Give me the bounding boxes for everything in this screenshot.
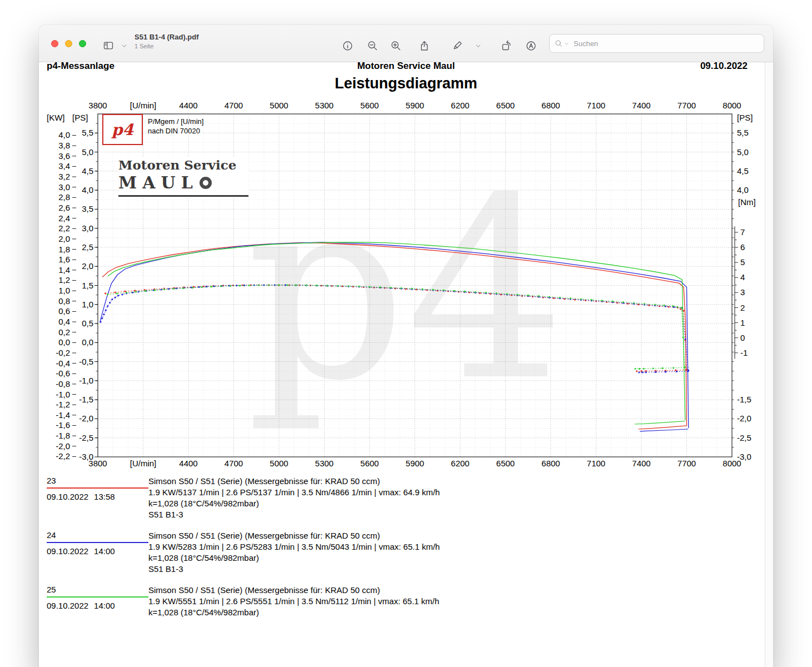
svg-text:5,0: 5,0 (82, 147, 93, 157)
info-icon (342, 40, 353, 52)
svg-text:-2,0: -2,0 (79, 414, 93, 423)
titlebar[interactable]: S51 B1-4 (Rad).pdf 1 Seite (39, 25, 773, 62)
svg-text:5000: 5000 (270, 459, 288, 468)
legend-line1: P/Mgem / [U/min] (148, 117, 203, 126)
run-results: Simson S50 / S51 (Serie) (Messergebnisse… (148, 476, 764, 520)
svg-text:4,0: 4,0 (737, 185, 749, 195)
sidebar-options-button[interactable] (119, 37, 129, 54)
svg-text:5,5: 5,5 (737, 128, 749, 137)
run-block-25: 25 09.10.202214:00 Simson S50 / S51 (Ser… (47, 585, 764, 618)
zoom-in-button[interactable] (386, 37, 405, 54)
run-correction: k=1,028 (18°C/54%/982mbar) (148, 607, 764, 618)
sidebar-toggle-button[interactable] (99, 37, 118, 54)
svg-text:5000: 5000 (270, 101, 288, 110)
svg-text:-2,5: -2,5 (79, 433, 93, 442)
svg-text:4,0: 4,0 (58, 130, 70, 140)
svg-text:-0,2: -0,2 (56, 348, 70, 357)
run-correction: k=1,028 (18°C/54%/982mbar) (148, 552, 764, 564)
svg-text:1,4: 1,4 (58, 265, 70, 275)
svg-text:-0,5: -0,5 (79, 357, 93, 366)
svg-text:4,0: 4,0 (82, 185, 93, 195)
run-values: 1.9 KW/5283 1/min | 2.6 PS/5283 1/min | … (148, 541, 764, 552)
run-values: 1.9 KW/5551 1/min | 2.6 PS/5551 1/min | … (148, 596, 764, 607)
svg-text:3,0: 3,0 (58, 182, 70, 192)
svg-text:2,4: 2,4 (58, 213, 70, 223)
search-field[interactable] (549, 34, 764, 53)
svg-text:[PS]: [PS] (737, 113, 753, 122)
run-number: 24 (47, 530, 148, 540)
svg-text:-2,0: -2,0 (56, 441, 70, 451)
run-number: 23 (47, 476, 148, 485)
run-datetime: 09.10.202213:58 (47, 492, 148, 501)
minimize-button[interactable] (65, 40, 72, 47)
window-subtitle: 1 Seite (134, 43, 199, 49)
dyno-chart-plot: p438003800[U/min][U/min]4400440047004700… (39, 92, 773, 481)
bearing-icon (200, 177, 212, 189)
zoom-button[interactable] (79, 40, 86, 47)
markup-options-button[interactable] (473, 37, 483, 54)
svg-text:-0,8: -0,8 (56, 379, 70, 389)
svg-text:2,6: 2,6 (58, 203, 70, 212)
svg-text:-1,4: -1,4 (56, 410, 70, 420)
zoom-out-icon (367, 40, 378, 52)
info-button[interactable] (338, 37, 357, 54)
rotate-button[interactable] (497, 37, 516, 54)
svg-text:-1,6: -1,6 (56, 420, 70, 430)
svg-text:2,0: 2,0 (82, 261, 93, 271)
svg-text:0,2: 0,2 (58, 327, 70, 337)
svg-text:6200: 6200 (451, 101, 469, 110)
run-color-rule (47, 487, 148, 489)
svg-text:-3,0: -3,0 (737, 452, 751, 461)
chart-legend: P/Mgem / [U/min] nach DIN 70020 (148, 117, 203, 136)
annotation-button[interactable] (521, 37, 540, 54)
run-results: Simson S50 / S51 (Serie) (Messergebnisse… (148, 530, 764, 575)
search-input[interactable] (572, 39, 759, 48)
svg-text:3,6: 3,6 (58, 151, 70, 161)
svg-text:7400: 7400 (632, 459, 650, 468)
svg-text:2,2: 2,2 (58, 223, 70, 233)
svg-text:-1: -1 (740, 348, 748, 357)
svg-text:7700: 7700 (678, 459, 696, 468)
run-number: 25 (47, 585, 148, 594)
run-block-23: 23 09.10.202213:58 Simson S50 / S51 (Ser… (47, 476, 764, 520)
chevron-down-icon (475, 43, 481, 49)
share-button[interactable] (415, 37, 434, 54)
svg-text:3800: 3800 (88, 101, 107, 110)
svg-text:5300: 5300 (315, 459, 333, 468)
svg-text:5600: 5600 (360, 459, 378, 468)
svg-text:0: 0 (740, 333, 745, 342)
svg-text:6200: 6200 (451, 459, 469, 468)
svg-text:4: 4 (740, 272, 745, 282)
svg-text:3,5: 3,5 (82, 204, 93, 213)
run-vehicle: Simson S50 / S51 (Serie) (Messergebnisse… (148, 585, 764, 596)
svg-text:5,5: 5,5 (82, 128, 93, 137)
svg-text:6: 6 (740, 242, 745, 252)
window-title-block: S51 B1-4 (Rad).pdf 1 Seite (134, 33, 199, 49)
svg-text:5300: 5300 (315, 101, 333, 110)
search-options-chevron-icon (564, 41, 569, 46)
run-block-24: 24 09.10.202214:00 Simson S50 / S51 (Ser… (47, 530, 764, 575)
svg-text:4,5: 4,5 (737, 166, 749, 176)
svg-text:-2,0: -2,0 (737, 414, 751, 423)
zoom-out-button[interactable] (363, 37, 382, 54)
svg-text:-2,2: -2,2 (56, 451, 70, 461)
search-icon (555, 39, 563, 48)
svg-text:0,5: 0,5 (82, 318, 93, 328)
p4-logo-box: p4 (102, 114, 143, 145)
markup-button[interactable] (448, 37, 467, 54)
run-meta: 23 09.10.202213:58 (47, 476, 148, 520)
run-correction: k=1,028 (18°C/54%/982mbar) (148, 498, 764, 509)
svg-text:1,5: 1,5 (82, 281, 93, 290)
svg-text:3,4: 3,4 (58, 161, 70, 171)
run-label: S51 B1-3 (148, 509, 764, 520)
svg-text:-1,0: -1,0 (56, 390, 70, 399)
svg-text:7100: 7100 (587, 459, 605, 468)
svg-text:2,0: 2,0 (58, 234, 70, 243)
close-button[interactable] (51, 40, 58, 47)
share-icon (419, 40, 430, 52)
svg-text:2,8: 2,8 (58, 192, 70, 202)
svg-text:1,0: 1,0 (82, 300, 93, 309)
svg-text:-1,5: -1,5 (737, 395, 751, 404)
svg-text:6800: 6800 (541, 459, 560, 468)
run-label: S51 B1-3 (148, 564, 764, 575)
